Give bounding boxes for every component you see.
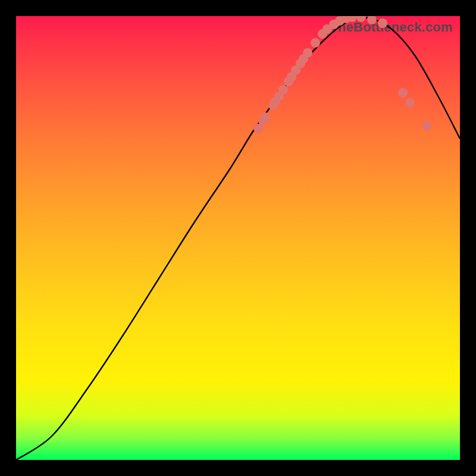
data-point-marker bbox=[311, 38, 320, 48]
data-point-marker bbox=[398, 88, 408, 98]
marker-layer bbox=[253, 16, 431, 133]
bottleneck-curve-svg bbox=[16, 16, 460, 460]
data-point-marker bbox=[367, 16, 377, 24]
bottleneck-curve bbox=[16, 18, 460, 460]
data-point-marker bbox=[278, 85, 288, 95]
data-point-marker bbox=[356, 16, 366, 22]
data-point-marker bbox=[303, 48, 312, 58]
data-point-marker bbox=[405, 98, 415, 108]
chart-plot-area: TheBottleneck.com bbox=[16, 16, 460, 460]
data-point-marker bbox=[261, 112, 270, 122]
curve-layer bbox=[16, 18, 460, 460]
data-point-marker bbox=[422, 121, 431, 130]
data-point-marker bbox=[378, 18, 387, 28]
